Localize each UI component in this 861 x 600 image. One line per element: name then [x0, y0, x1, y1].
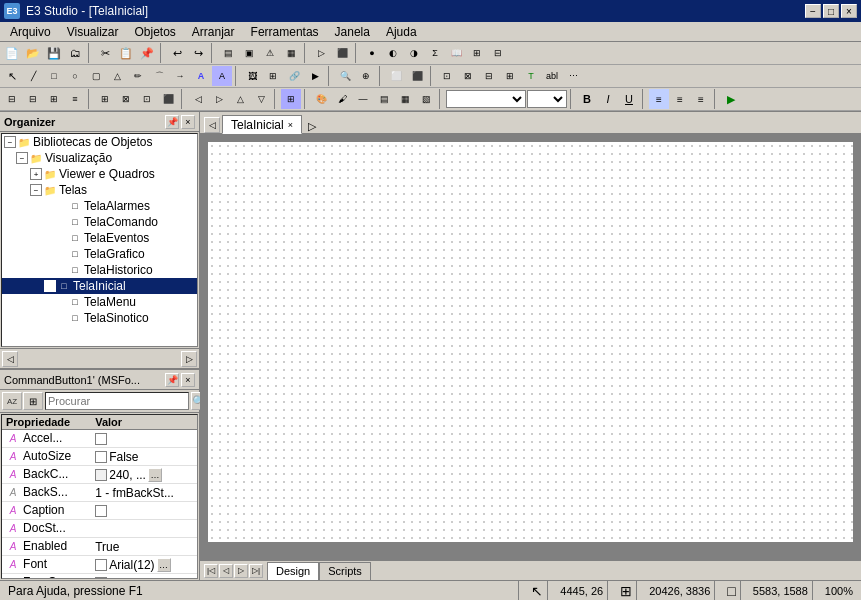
tb-cut-btn[interactable]: ✂ [95, 43, 115, 63]
tb3-order2[interactable]: ▷ [209, 89, 229, 109]
tb2-poly[interactable]: △ [107, 66, 127, 86]
expand-visualizacao[interactable]: − [16, 152, 28, 164]
tb-btn-k[interactable]: 📖 [446, 43, 466, 63]
tb-btn-e[interactable]: ▷ [311, 43, 331, 63]
tb3-order4[interactable]: ▽ [251, 89, 271, 109]
tb2-pen[interactable]: ✏ [128, 66, 148, 86]
tree-item-menu[interactable]: □ TelaMenu [2, 294, 197, 310]
props-close-btn[interactable]: × [181, 373, 195, 387]
tb-btn-b[interactable]: ▣ [239, 43, 259, 63]
tb3-align-center[interactable]: ≡ [670, 89, 690, 109]
menu-arquivo[interactable]: Arquivo [2, 23, 59, 41]
tb3-dist1[interactable]: ⊞ [95, 89, 115, 109]
more-btn-font[interactable]: … [157, 558, 171, 572]
tree-item-inicial[interactable]: + □ TelaInicial [2, 278, 197, 294]
tb-btn-i[interactable]: ◑ [404, 43, 424, 63]
tb2-misc1[interactable]: ⊡ [437, 66, 457, 86]
tb-btn-g[interactable]: ● [362, 43, 382, 63]
tb-btn-d[interactable]: ▦ [281, 43, 301, 63]
tree-item-bibliotecas[interactable]: − 📁 Bibliotecas de Objetos [2, 134, 197, 150]
tab-nav-left[interactable]: ◁ [204, 117, 220, 133]
tb3-bold[interactable]: B [577, 89, 597, 109]
expand-telas[interactable]: − [30, 184, 42, 196]
tb2-clip2[interactable]: ⬛ [407, 66, 427, 86]
menu-ajuda[interactable]: Ajuda [378, 23, 425, 41]
tb-new-btn[interactable]: 📄 [2, 43, 22, 63]
tb-save-all-btn[interactable]: 🗂 [65, 43, 85, 63]
menu-visualizar[interactable]: Visualizar [59, 23, 127, 41]
tb2-ellipse[interactable]: ○ [65, 66, 85, 86]
tb-paste-btn[interactable]: 📌 [137, 43, 157, 63]
tb-redo-btn[interactable]: ↪ [188, 43, 208, 63]
tb2-zoom[interactable]: 🔍 [335, 66, 355, 86]
tree-nav-right[interactable]: ▷ [181, 351, 197, 367]
checkbox-accel[interactable] [95, 433, 107, 445]
tb-btn-m[interactable]: ⊟ [488, 43, 508, 63]
tb2-misc6[interactable]: abl [542, 66, 562, 86]
checkbox-font[interactable] [95, 559, 107, 571]
tab-more-btn[interactable]: ▷ [308, 120, 316, 133]
tb3-align1[interactable]: ⊟ [2, 89, 22, 109]
tab-telainicial[interactable]: TelaInicial × [222, 115, 302, 134]
bottom-nav-first[interactable]: |◁ [204, 564, 218, 578]
tb2-text[interactable]: A [191, 66, 211, 86]
canvas-wrapper[interactable] [200, 134, 861, 560]
tb3-align2[interactable]: ⊟ [23, 89, 43, 109]
tab-design[interactable]: Design [267, 562, 319, 580]
tb3-order1[interactable]: ◁ [188, 89, 208, 109]
tb2-misc3[interactable]: ⊟ [479, 66, 499, 86]
tb2-img[interactable]: 🖼 [242, 66, 262, 86]
tb3-align4[interactable]: ≡ [65, 89, 85, 109]
tb-btn-j[interactable]: Σ [425, 43, 445, 63]
tb2-anim[interactable]: ▶ [305, 66, 325, 86]
sort-cat-btn[interactable]: ⊞ [23, 392, 43, 410]
tab-scripts[interactable]: Scripts [319, 562, 371, 580]
organizer-pin-btn[interactable]: 📌 [165, 115, 179, 129]
minimize-button[interactable]: − [805, 4, 821, 18]
tb2-arc[interactable]: ⌒ [149, 66, 169, 86]
tab-close-telainicial[interactable]: × [288, 120, 293, 130]
tb2-cursor[interactable]: ↖ [2, 66, 22, 86]
tb3-align-left[interactable]: ≡ [649, 89, 669, 109]
tb2-zoomin[interactable]: ⊕ [356, 66, 376, 86]
tb3-grid-btn[interactable]: ⊞ [281, 89, 301, 109]
tb2-misc5[interactable]: T [521, 66, 541, 86]
expand-inicial[interactable]: + [44, 280, 56, 292]
tb3-color3[interactable]: — [353, 89, 373, 109]
tree-item-alarmes[interactable]: □ TelaAlarmes [2, 198, 197, 214]
tb-btn-f[interactable]: ⬛ [332, 43, 352, 63]
tb2-clip1[interactable]: ⬜ [386, 66, 406, 86]
checkbox-caption[interactable] [95, 505, 107, 517]
window-controls[interactable]: − □ × [805, 4, 857, 18]
tb3-dist3[interactable]: ⊡ [137, 89, 157, 109]
tb3-border3[interactable]: ▧ [416, 89, 436, 109]
tb3-align-right[interactable]: ≡ [691, 89, 711, 109]
tree-item-telas[interactable]: − 📁 Telas [2, 182, 197, 198]
tree-item-visualizacao[interactable]: − 📁 Visualização [2, 150, 197, 166]
tree-item-grafico[interactable]: □ TelaGrafico [2, 246, 197, 262]
tree-item-sinotico[interactable]: □ TelaSinotico [2, 310, 197, 326]
tb3-play[interactable]: ▶ [721, 89, 741, 109]
tb3-italic[interactable]: I [598, 89, 618, 109]
tb3-border2[interactable]: ▦ [395, 89, 415, 109]
tb2-arrow[interactable]: → [170, 66, 190, 86]
expand-viewer[interactable]: + [30, 168, 42, 180]
search-input[interactable] [45, 392, 189, 410]
menu-objetos[interactable]: Objetos [127, 23, 184, 41]
bottom-nav-last[interactable]: ▷| [249, 564, 263, 578]
tb3-color2[interactable]: 🖌 [332, 89, 352, 109]
tree-item-viewer[interactable]: + 📁 Viewer e Quadros [2, 166, 197, 182]
tb-btn-a[interactable]: ▤ [218, 43, 238, 63]
tree-item-historico[interactable]: □ TelaHistorico [2, 262, 197, 278]
tb2-group[interactable]: ⊞ [263, 66, 283, 86]
tree-item-eventos[interactable]: □ TelaEventos [2, 230, 197, 246]
expand-bibliotecas[interactable]: − [4, 136, 16, 148]
tb2-text2[interactable]: A [212, 66, 232, 86]
menu-arranjar[interactable]: Arranjar [184, 23, 243, 41]
maximize-button[interactable]: □ [823, 4, 839, 18]
tb-btn-l[interactable]: ⊞ [467, 43, 487, 63]
tb3-dist2[interactable]: ⊠ [116, 89, 136, 109]
organizer-close-btn[interactable]: × [181, 115, 195, 129]
tb2-misc2[interactable]: ⊠ [458, 66, 478, 86]
tb-save-btn[interactable]: 💾 [44, 43, 64, 63]
